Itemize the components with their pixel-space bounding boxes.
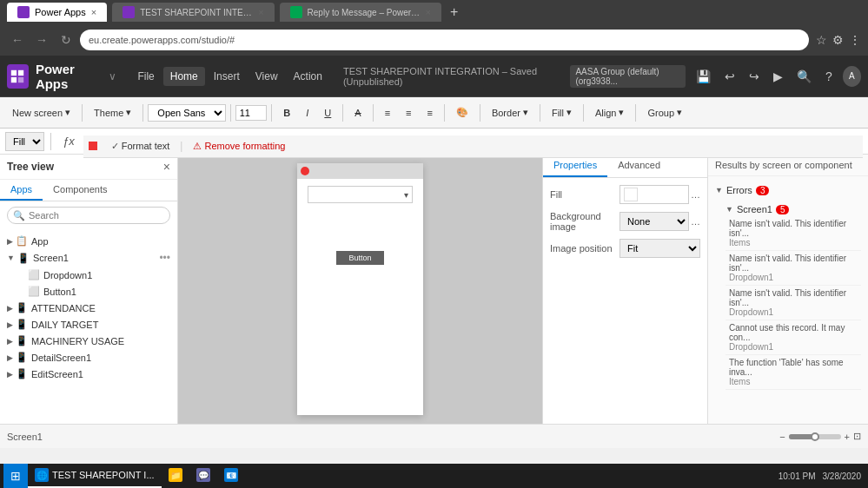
tree-item-dropdown1[interactable]: ⬜ Dropdown1 xyxy=(0,267,177,283)
tree-item-attendance[interactable]: ▶ 📱 ATTENDANCE xyxy=(0,300,177,316)
strikethrough-btn[interactable]: A xyxy=(348,105,368,121)
tab-sharepoint[interactable]: TEST SHAREPOINT INTEGRATIO... × xyxy=(112,3,274,22)
header-icon-1[interactable]: 💾 xyxy=(692,66,714,87)
fill-edit-btn[interactable]: … xyxy=(691,189,700,200)
screen1-error-title[interactable]: ▼ Screen1 5 xyxy=(726,202,861,216)
tab-icon-reply xyxy=(290,6,302,18)
start-button[interactable]: ⊞ xyxy=(3,464,28,488)
taskbar-item-mail[interactable]: 📧 xyxy=(217,464,245,488)
tree-item-detailscreen1[interactable]: ▶ 📱 DetailScreen1 xyxy=(0,349,177,366)
tree-tab-apps[interactable]: Apps xyxy=(0,180,43,201)
new-tab-button[interactable]: + xyxy=(450,4,458,20)
tree-tab-components[interactable]: Components xyxy=(43,180,117,201)
nav-file[interactable]: File xyxy=(130,67,161,86)
nav-home[interactable]: Home xyxy=(163,67,205,86)
fill-btn[interactable]: Fill ▾ xyxy=(545,104,579,121)
img-pos-select[interactable]: Fit xyxy=(620,239,700,258)
tree-item-machineryusage[interactable]: ▶ 📱 MACHINERY USAGE xyxy=(0,333,177,349)
tab-close-powerapps[interactable]: × xyxy=(91,7,96,17)
tab-reply[interactable]: Reply to Message – Power Platf... × xyxy=(280,3,441,22)
fill-color-swatch[interactable] xyxy=(624,188,638,201)
bg-edit-btn[interactable]: … xyxy=(691,216,700,227)
header-search[interactable]: 🔍 xyxy=(793,66,815,87)
align-left-btn[interactable]: ≡ xyxy=(378,105,397,121)
error-item-5[interactable]: The function 'Table' has some inva...Ite… xyxy=(726,355,861,390)
zoom-slider[interactable] xyxy=(789,434,841,439)
italic-btn[interactable]: I xyxy=(299,105,315,121)
forward-button[interactable]: → xyxy=(31,33,52,47)
align-btn[interactable]: Align ▾ xyxy=(588,104,631,121)
play-button[interactable]: ▶ xyxy=(770,66,786,87)
save-status: TEST SHAREPOINT INTEGRATION – Saved (Unp… xyxy=(336,63,564,90)
search-input[interactable] xyxy=(7,207,170,224)
color-icon[interactable]: 🎨 xyxy=(449,104,475,121)
header-help[interactable]: ? xyxy=(822,66,836,87)
more-icon[interactable]: ⋮ xyxy=(849,33,861,47)
error-item-4[interactable]: Cannot use this record. It may con...Dro… xyxy=(726,320,861,355)
back-button[interactable]: ← xyxy=(7,33,28,47)
taskbar-item-teams[interactable]: 💬 xyxy=(189,464,217,488)
font-size-input[interactable] xyxy=(235,105,267,121)
tree-item-editscreen1[interactable]: ▶ 📱 EditScreen1 xyxy=(0,366,177,382)
underline-btn[interactable]: U xyxy=(317,105,338,121)
zoom-plus[interactable]: + xyxy=(845,432,850,442)
property-dropdown[interactable]: Fill xyxy=(5,132,44,151)
taskbar-icon-mail: 📧 xyxy=(224,468,238,482)
error-item-3[interactable]: Name isn't valid. This identifier isn'..… xyxy=(726,286,861,320)
header-icon-3[interactable]: ↪ xyxy=(745,66,763,87)
zoom-handle[interactable] xyxy=(811,432,819,441)
errors-title[interactable]: ▼ Errors 3 xyxy=(715,181,861,199)
tab-icon-sharepoint xyxy=(123,6,135,18)
taskbar-item-sharepoint[interactable]: 🌐 TEST SHAREPOINT I... xyxy=(28,464,162,488)
toolbar-sep-7 xyxy=(444,104,445,122)
toolbar-sep-9 xyxy=(540,104,540,122)
app-logo xyxy=(7,64,29,89)
error-item-2[interactable]: Name isn't valid. This identifier isn'..… xyxy=(726,251,861,286)
error-section: ▼ Errors 3 ▼ Screen1 5 Name isn't valid.… xyxy=(708,176,868,399)
tree-item-button1[interactable]: ⬜ Button1 xyxy=(0,283,177,300)
chevron-icon[interactable]: ∨ xyxy=(109,70,116,82)
taskbar-item-explorer[interactable]: 📁 xyxy=(162,464,189,488)
bold-btn[interactable]: B xyxy=(276,105,297,121)
bg-image-select[interactable]: None xyxy=(620,212,689,231)
tree-tabs: Apps Components xyxy=(0,180,177,201)
font-dropdown[interactable]: Open Sans xyxy=(148,104,226,122)
tree-item-dailytarget[interactable]: ▶ 📱 DAILY TARGET xyxy=(0,316,177,333)
props-tab-properties[interactable]: Properties xyxy=(543,155,607,177)
canvas-dropdown[interactable]: ▾ xyxy=(308,186,413,203)
tab-close-sharepoint[interactable]: × xyxy=(258,7,263,17)
remove-format-btn[interactable]: ⚠ Remove formatting xyxy=(188,139,290,154)
props-tab-advanced[interactable]: Advanced xyxy=(607,155,671,177)
canvas-close-btn[interactable] xyxy=(301,167,309,175)
nav-view[interactable]: View xyxy=(248,67,285,86)
address-field[interactable]: eu.create.powerapps.com/studio/# xyxy=(80,30,809,50)
refresh-button[interactable]: ↻ xyxy=(56,33,76,47)
tree-items: ▶ 📋 App ▼ 📱 Screen1 ••• ⬜ Dropdown1 ⬜ xyxy=(0,229,177,424)
tree-item-screen1[interactable]: ▼ 📱 Screen1 ••• xyxy=(0,249,177,267)
nav-insert[interactable]: Insert xyxy=(207,67,247,86)
group-btn[interactable]: Group ▾ xyxy=(640,104,689,121)
bookmark-icon[interactable]: ☆ xyxy=(816,33,827,47)
canvas-area[interactable]: ▾ Button xyxy=(178,155,542,424)
screen1-dots[interactable]: ••• xyxy=(159,252,170,264)
ext-icon[interactable]: ⚙ xyxy=(832,33,844,47)
app-header: Power Apps ∨ File Home Insert View Actio… xyxy=(0,56,868,97)
formula-close-btn[interactable] xyxy=(89,142,97,150)
tab-powerapps[interactable]: Power Apps × xyxy=(7,3,107,22)
align-center-btn[interactable]: ≡ xyxy=(399,105,418,121)
error-item-1[interactable]: Name isn't valid. This identifier isn'..… xyxy=(726,216,861,251)
tree-close-btn[interactable]: × xyxy=(163,160,170,174)
canvas-button[interactable]: Button xyxy=(336,251,383,265)
user-avatar[interactable]: A xyxy=(843,66,861,87)
tree-item-app[interactable]: ▶ 📋 App xyxy=(0,233,177,249)
fit-btn[interactable]: ⊡ xyxy=(853,431,861,442)
header-icon-2[interactable]: ↩ xyxy=(721,66,739,87)
nav-action[interactable]: Action xyxy=(287,67,329,86)
border-btn[interactable]: Border ▾ xyxy=(485,104,535,121)
zoom-minus[interactable]: − xyxy=(779,432,785,442)
align-right-btn[interactable]: ≡ xyxy=(420,105,439,121)
new-screen-btn[interactable]: New screen ▾ xyxy=(5,104,77,121)
theme-btn[interactable]: Theme ▾ xyxy=(87,104,138,121)
format-text-btn[interactable]: ✓ Format text xyxy=(106,139,176,154)
tab-close-reply[interactable]: × xyxy=(426,7,431,17)
